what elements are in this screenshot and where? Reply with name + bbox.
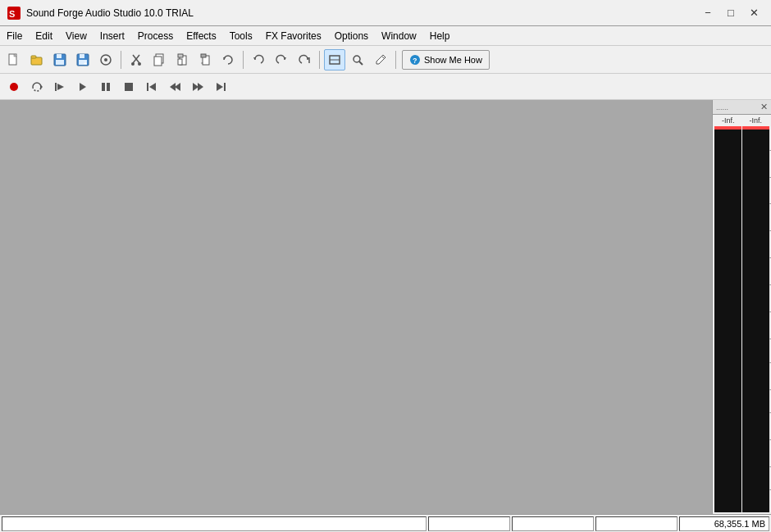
menu-process[interactable]: Process xyxy=(131,26,180,45)
go-start-button[interactable] xyxy=(141,76,162,98)
menu-edit[interactable]: Edit xyxy=(29,26,59,45)
window-controls: − □ ✕ xyxy=(697,4,764,22)
menu-window[interactable]: Window xyxy=(375,26,423,45)
app-icon: S xyxy=(7,6,21,20)
undo-history-button[interactable] xyxy=(217,49,239,70)
cut-button[interactable] xyxy=(125,49,147,70)
svg-marker-54 xyxy=(217,83,223,91)
paste-button[interactable] xyxy=(171,49,193,70)
transport-bar xyxy=(0,74,771,100)
main-toolbar: + * ? xyxy=(0,46,771,74)
svg-rect-25 xyxy=(201,54,206,57)
svg-marker-51 xyxy=(175,83,180,91)
status-segment-1 xyxy=(2,516,427,531)
properties-button[interactable] xyxy=(95,49,116,70)
status-segment-3 xyxy=(512,516,594,531)
show-me-how-button[interactable]: ? Show Me How xyxy=(402,50,490,70)
new-button[interactable] xyxy=(3,49,25,70)
toolbar-separator-3 xyxy=(319,51,320,69)
svg-rect-45 xyxy=(102,83,105,91)
svg-rect-7 xyxy=(57,54,62,58)
paste-special-button[interactable]: * xyxy=(194,49,216,70)
minimize-button[interactable]: − xyxy=(697,4,719,22)
menu-file[interactable]: File xyxy=(0,26,29,45)
menu-view[interactable]: View xyxy=(59,26,94,45)
svg-point-17 xyxy=(131,62,135,66)
vu-header: ...... ✕ xyxy=(713,100,771,115)
vu-left-label: -Inf. xyxy=(722,116,735,125)
svg-rect-22 xyxy=(178,54,183,57)
toolbar-separator-4 xyxy=(395,51,396,69)
svg-marker-53 xyxy=(198,83,203,91)
svg-rect-23 xyxy=(178,59,182,65)
vu-meter-panel: ...... ✕ -Inf. -Inf. xyxy=(712,100,771,514)
svg-marker-44 xyxy=(80,83,86,91)
edit-tool-button[interactable] xyxy=(324,49,345,70)
magnify-tool-button[interactable] xyxy=(347,49,368,70)
menu-help[interactable]: Help xyxy=(423,26,457,45)
svg-marker-36 xyxy=(376,55,386,64)
menu-bar: File Edit View Insert Process Effects To… xyxy=(0,26,771,46)
toolbar-separator-1 xyxy=(121,51,121,69)
pencil-tool-button[interactable] xyxy=(370,49,391,70)
svg-point-34 xyxy=(354,56,360,62)
maximize-button[interactable]: □ xyxy=(720,4,741,22)
save-as-button[interactable]: + xyxy=(72,49,94,70)
svg-marker-48 xyxy=(149,83,156,91)
menu-fx-favorites[interactable]: FX Favorites xyxy=(259,26,328,45)
pause-button[interactable] xyxy=(95,76,116,98)
vu-close-button[interactable]: ✕ xyxy=(760,102,768,112)
status-segment-4 xyxy=(595,516,677,531)
menu-tools[interactable]: Tools xyxy=(223,26,259,45)
menu-insert[interactable]: Insert xyxy=(94,26,131,45)
main-area: ...... ✕ -Inf. -Inf. xyxy=(0,100,771,514)
loop-button[interactable] xyxy=(26,76,48,98)
svg-rect-10 xyxy=(80,54,84,58)
show-me-how-label: Show Me How xyxy=(424,55,482,65)
svg-rect-8 xyxy=(56,60,64,65)
vu-title: ...... xyxy=(716,103,728,111)
svg-text:+: + xyxy=(84,61,87,66)
undo-button[interactable] xyxy=(248,49,269,70)
svg-point-18 xyxy=(138,62,141,66)
svg-marker-52 xyxy=(193,83,198,91)
toolbar-separator-2 xyxy=(243,51,244,69)
status-segment-2 xyxy=(428,516,510,531)
open-button[interactable] xyxy=(26,49,48,70)
menu-effects[interactable]: Effects xyxy=(180,26,222,45)
window-title: Sound Forge Audio Studio 10.0 TRIAL xyxy=(26,7,697,19)
vu-left-meter xyxy=(714,126,741,512)
play-button[interactable] xyxy=(72,76,94,98)
vu-right-meter xyxy=(742,126,769,512)
record-button[interactable] xyxy=(3,76,25,98)
workspace xyxy=(0,100,712,514)
svg-text:S: S xyxy=(9,9,15,19)
svg-marker-43 xyxy=(57,84,64,90)
svg-rect-47 xyxy=(125,83,133,91)
svg-point-14 xyxy=(104,58,107,61)
go-end-button[interactable] xyxy=(210,76,231,98)
redo-button[interactable] xyxy=(271,49,292,70)
copy-button[interactable] xyxy=(148,49,170,70)
vu-right-label: -Inf. xyxy=(749,116,762,125)
play-from-start-button[interactable] xyxy=(49,76,71,98)
menu-options[interactable]: Options xyxy=(328,26,375,45)
svg-marker-50 xyxy=(170,83,176,91)
rewind-button[interactable] xyxy=(164,76,185,98)
svg-line-35 xyxy=(359,61,363,65)
svg-rect-20 xyxy=(154,57,162,66)
status-bar: 68,355.1 MB xyxy=(0,514,771,532)
title-bar: S Sound Forge Audio Studio 10.0 TRIAL − … xyxy=(0,0,771,26)
svg-rect-5 xyxy=(31,56,36,58)
status-memory: 68,355.1 MB xyxy=(679,516,769,531)
redo-all-button[interactable] xyxy=(294,49,315,70)
close-button[interactable]: ✕ xyxy=(743,4,764,22)
save-button[interactable] xyxy=(49,49,71,70)
fast-forward-button[interactable] xyxy=(187,76,208,98)
stop-button[interactable] xyxy=(118,76,139,98)
svg-rect-46 xyxy=(107,83,110,91)
svg-point-40 xyxy=(10,83,18,91)
svg-text:?: ? xyxy=(413,57,417,65)
svg-marker-41 xyxy=(40,84,43,89)
